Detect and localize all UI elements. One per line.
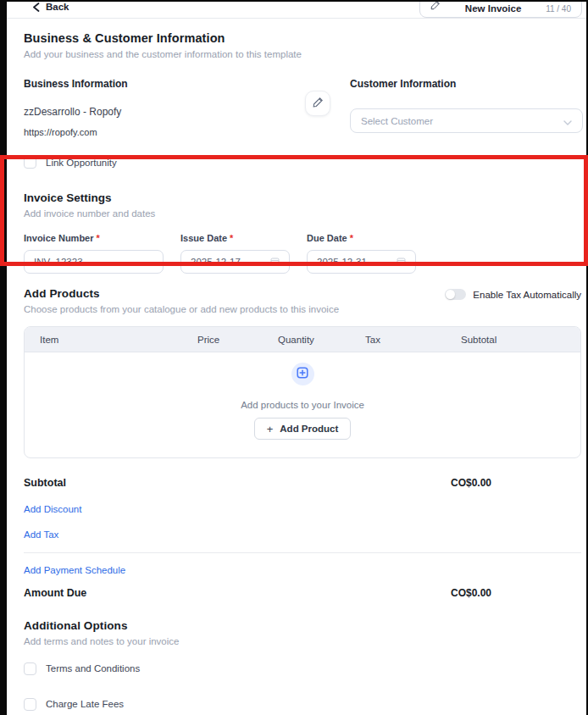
additional-options-title: Additional Options [24, 619, 588, 632]
subtotal-row: Subtotal CO$0.00 [24, 477, 581, 489]
link-opportunity-label: Link Opportunity [46, 158, 117, 168]
issue-date-value: 2025-12-17 [191, 257, 241, 267]
business-customer-subtitle: Add your business and the customer infor… [24, 49, 588, 59]
issue-date-field: Issue Date* 2025-12-17 [180, 233, 290, 274]
option-terms-and-conditions: Terms and Conditions [24, 662, 588, 675]
amount-due-row: Amount Due CO$0.00 [24, 587, 581, 599]
additional-options-subtitle: Add terms and notes to your invoice [24, 636, 588, 646]
add-payment-schedule-link[interactable]: Add Payment Schedule [24, 565, 125, 575]
back-label: Back [46, 2, 69, 12]
invoice-title-pill[interactable]: New Invoice 11 / 40 [419, 0, 582, 18]
pencil-icon [430, 0, 441, 14]
column-subtotal: Subtotal [461, 335, 580, 345]
enable-tax-toggle[interactable] [445, 289, 466, 300]
invoice-number-field: Invoice Number* INV- 12323 [24, 233, 164, 274]
due-date-input[interactable]: 2025-12-31 [307, 250, 416, 274]
window-top-edge [0, 0, 588, 2]
add-product-button[interactable]: + Add Product [254, 418, 352, 440]
business-info-column: Business Information zzDesarrollo - Ropo… [24, 78, 350, 137]
invoice-count: 11 / 40 [546, 4, 571, 14]
plus-square-icon [297, 367, 308, 382]
chevron-left-icon [32, 3, 40, 12]
link-opportunity-checkbox[interactable] [24, 156, 36, 169]
invoice-settings-subtitle: Add invoice number and dates [24, 208, 588, 219]
add-discount-link[interactable]: Add Discount [24, 504, 81, 514]
select-customer-placeholder: Select Customer [361, 116, 433, 126]
main-content: Business & Customer Information Add your… [0, 31, 588, 715]
invoice-number-value: INV- 12323 [34, 257, 83, 267]
plus-icon: + [267, 423, 274, 435]
add-products-subtitle: Choose products from your catalogue or a… [24, 304, 588, 314]
column-quantity: Quantity [278, 335, 365, 345]
business-info-heading: Business Information [24, 78, 350, 90]
customer-info-column: Customer Information Select Customer [350, 78, 564, 137]
option-label: Charge Late Fees [46, 699, 124, 709]
option-charge-late-fees: Charge Late Fees [24, 697, 588, 711]
required-asterisk: * [230, 233, 233, 243]
empty-state-message: Add products to your Invoice [241, 400, 364, 410]
terms-and-conditions-checkbox[interactable] [24, 662, 36, 675]
enable-tax-label: Enable Tax Automatically [473, 290, 581, 300]
due-date-field: Due Date* 2025-12-31 [307, 233, 416, 274]
options-list: Terms and Conditions Charge Late Fees Ch… [24, 662, 588, 715]
totals-section: Subtotal CO$0.00 Add Discount Add Tax Ad… [24, 477, 588, 599]
calendar-icon [270, 254, 280, 269]
issue-date-input[interactable]: 2025-12-17 [180, 250, 290, 274]
window-left-edge [0, 0, 7, 715]
edit-business-button[interactable] [305, 91, 330, 116]
calendar-icon [397, 254, 406, 269]
required-asterisk: * [350, 233, 353, 243]
business-website: https://ropofy.com [24, 127, 350, 137]
charge-late-fees-checkbox[interactable] [24, 698, 36, 711]
toggle-knob [446, 290, 455, 299]
top-bar: Back New Invoice 11 / 40 [0, 0, 588, 19]
chevron-down-icon [563, 114, 572, 129]
business-customer-title: Business & Customer Information [24, 31, 588, 45]
subtotal-label: Subtotal [24, 477, 66, 489]
totals-divider [24, 552, 581, 553]
products-table: Item Price Quantity Tax Subtotal Add pro… [24, 326, 581, 458]
invoice-number-label: Invoice Number* [24, 233, 164, 243]
products-table-header: Item Price Quantity Tax Subtotal [25, 327, 580, 352]
invoice-number-input[interactable]: INV- 12323 [24, 250, 164, 274]
products-empty-state: Add products to your Invoice + Add Produ… [25, 363, 580, 440]
pencil-icon [313, 96, 324, 111]
add-tax-link[interactable]: Add Tax [24, 529, 58, 540]
invoice-title: New Invoice [447, 3, 539, 14]
back-button[interactable]: Back [32, 2, 69, 12]
select-customer-dropdown[interactable]: Select Customer [350, 108, 583, 133]
invoice-settings-section: Invoice Settings Add invoice number and … [24, 169, 588, 274]
due-date-value: 2025-12-31 [317, 257, 367, 267]
tax-toggle-row: Enable Tax Automatically [445, 289, 581, 300]
customer-info-heading: Customer Information [350, 78, 564, 90]
subtotal-value: CO$0.00 [451, 477, 491, 489]
business-name: zzDesarrollo - Ropofy [24, 106, 350, 118]
column-price: Price [197, 335, 278, 345]
issue-date-label: Issue Date* [180, 233, 290, 243]
due-date-label: Due Date* [307, 233, 416, 243]
add-product-icon-button[interactable] [291, 363, 314, 385]
link-opportunity-row: Link Opportunity [24, 156, 588, 169]
add-products-section: Add Products Enable Tax Automatically Ch… [24, 287, 588, 458]
additional-options-section: Additional Options Add terms and notes t… [24, 619, 588, 715]
amount-due-value: CO$0.00 [451, 587, 491, 599]
column-item: Item [40, 335, 197, 345]
option-label: Terms and Conditions [46, 663, 140, 673]
amount-due-label: Amount Due [24, 587, 86, 599]
column-tax: Tax [365, 335, 461, 345]
business-customer-section: Business & Customer Information Add your… [24, 31, 588, 169]
invoice-settings-title: Invoice Settings [24, 191, 588, 204]
required-asterisk: * [97, 233, 100, 243]
add-product-button-label: Add Product [280, 424, 338, 434]
